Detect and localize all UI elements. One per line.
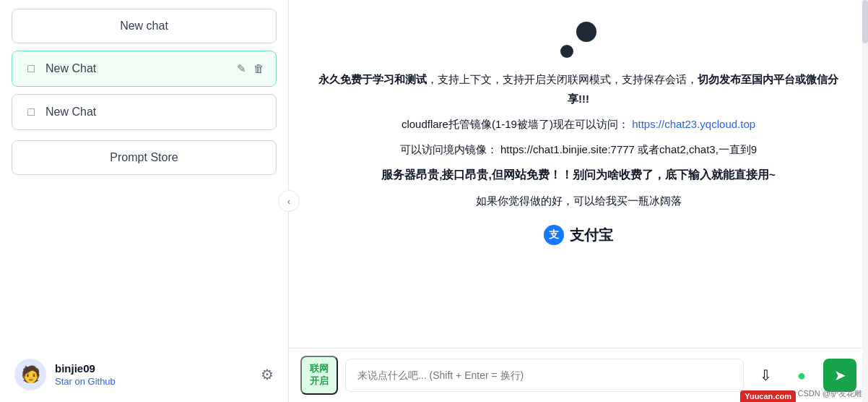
delete-icon[interactable]: 🗑 [253,62,264,75]
main-content: 永久免费于学习和测试，支持上下文，支持开启关闭联网模式，支持保存会话，切勿发布至… [289,0,868,402]
cloudflare-text: cloudflare托管镜像(1-19被墙了)现在可以访问： [402,118,629,130]
welcome-line1: 永久免费于学习和测试，支持上下文，支持开启关闭联网模式，支持保存会话，切勿发布至… [318,69,839,108]
new-chat-plain-label: New chat [120,20,168,33]
welcome-line4: 可以访问境内镜像： https://chat1.binjie.site:7777… [318,140,839,159]
yuucan-watermark: Yuucan.com [740,390,796,402]
network-toggle-button[interactable]: 联网 开启 [300,356,338,395]
star-github-link[interactable]: Star on Github [55,376,116,387]
inactive-chat-label: New Chat [45,106,96,119]
dot-big [576,22,596,42]
alipay-icon: 支 [544,225,564,245]
sidebar-footer: 🧑 binjie09 Star on Github ⚙ [12,351,277,393]
send-button[interactable]: ➤ [823,359,856,392]
user-info: 🧑 binjie09 Star on Github [14,359,116,390]
bottom-actions: ⇩ ● ➤ [751,359,856,392]
download-icon[interactable]: ⇩ [751,361,780,390]
chat-input[interactable] [345,359,744,392]
alipay-section: 支 支付宝 [318,222,839,248]
network-line1: 联网 [310,363,329,375]
new-chat-plain-button[interactable]: New chat [12,9,277,43]
collapse-sidebar-button[interactable]: ‹ [278,190,300,212]
whatsapp-icon[interactable]: ● [787,361,816,390]
alipay-label: 支付宝 [570,222,613,248]
scrollbar-thumb[interactable] [862,0,868,43]
welcome-header [318,22,839,58]
prompt-store-button[interactable]: Prompt Store [12,140,277,175]
chat-area: 永久免费于学习和测试，支持上下文，支持开启关闭联网模式，支持保存会话，切勿发布至… [289,0,868,348]
avatar: 🧑 [14,359,46,390]
scrollbar-track [862,0,868,402]
logo-dots [560,22,596,58]
welcome-line5: 服务器昂贵,接口昂贵,但网站免费！！别问为啥收费了，底下输入就能直接用~ [318,165,839,185]
mirror-link[interactable]: https://chat23.yqcloud.top [632,118,755,130]
welcome-text: 永久免费于学习和测试，支持上下文，支持开启关闭联网模式，支持保存会话，切勿发布至… [318,69,839,210]
welcome-line3: cloudflare托管镜像(1-19被墙了)现在可以访问： https://c… [318,114,839,134]
dot-small [560,45,573,58]
active-chat-item[interactable]: □ New Chat ✎ 🗑 [12,51,277,87]
user-details: binjie09 Star on Github [55,362,116,388]
username: binjie09 [55,362,116,375]
chat-icon-active: □ [24,61,38,76]
settings-icon[interactable]: ⚙ [261,366,274,383]
network-line2: 开启 [310,375,329,388]
prompt-store-label: Prompt Store [110,151,178,164]
edit-icon[interactable]: ✎ [237,62,246,75]
welcome-line6: 如果你觉得做的好，可以给我买一瓶冰阔落 [318,191,839,210]
active-chat-label: New Chat [45,62,96,75]
chat-item-actions: ✎ 🗑 [237,62,264,75]
csdn-badge: CSDN @驴友花雕 [798,388,862,399]
inactive-chat-item[interactable]: □ New Chat [12,94,277,130]
sidebar: New chat □ New Chat ✎ 🗑 □ New Chat Promp… [0,0,289,402]
active-chat-item-left: □ New Chat [24,61,96,76]
chat-icon-inactive: □ [24,105,38,119]
